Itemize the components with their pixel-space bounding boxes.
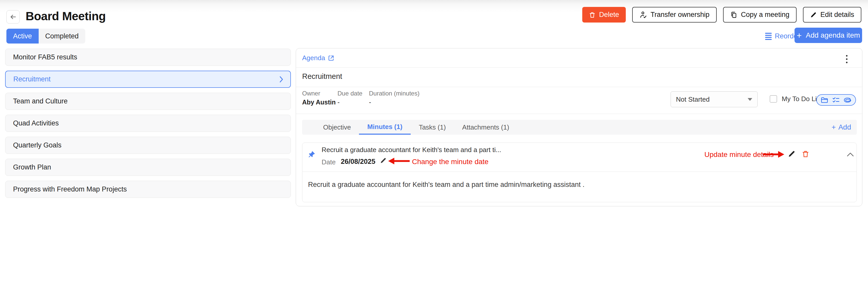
- status-value: Not Started: [676, 95, 710, 103]
- sidebar-item-recruitment[interactable]: Recruitment: [5, 71, 291, 88]
- external-link-icon: [328, 55, 334, 61]
- divider: [302, 171, 857, 172]
- minute-title: Recruit a graduate accountant for Keith'…: [321, 146, 501, 154]
- tab-attachments[interactable]: Attachments (1): [454, 120, 518, 135]
- agenda-detail-panel: Agenda Recruitment Owner Due date Durati…: [296, 48, 862, 206]
- tab-active[interactable]: Active: [6, 29, 39, 43]
- plus-icon: +: [797, 31, 802, 40]
- sidebar-item-monitor-fab5[interactable]: Monitor FAB5 results: [5, 49, 291, 66]
- notes-view-button[interactable]: [821, 97, 828, 103]
- kebab-menu-button[interactable]: [842, 53, 852, 65]
- sidebar-item-freedom-map[interactable]: Progress with Freedom Map Projects: [5, 181, 291, 198]
- owner-label: Owner: [302, 90, 320, 97]
- sidebar-item-quarterly-goals[interactable]: Quarterly Goals: [5, 137, 291, 154]
- minute-date-value: 26/08/2025: [341, 158, 375, 166]
- trash-icon: [802, 150, 809, 158]
- minute-date-label: Date: [321, 158, 336, 166]
- agenda-link[interactable]: Agenda: [302, 54, 334, 62]
- annotation-arrow-right: [762, 151, 784, 158]
- minute-card: Recruit a graduate accountant for Keith'…: [302, 142, 857, 202]
- tab-objective[interactable]: Objective: [315, 120, 359, 135]
- status-dropdown[interactable]: Not Started: [671, 91, 757, 107]
- minute-body-text: Recruit a graduate accountant for Keith'…: [308, 181, 585, 189]
- todo-label: My To Do List: [782, 95, 822, 103]
- chevron-down-icon: [748, 98, 752, 101]
- folder-icon: [821, 97, 828, 103]
- detail-tabbar: Objective Minutes (1) Tasks (1) Attachme…: [302, 120, 857, 135]
- collapse-minute-button[interactable]: [846, 152, 854, 157]
- duration-value: -: [369, 99, 371, 106]
- attachments-view-button[interactable]: [844, 97, 851, 103]
- agenda-filter-toggle: Active Completed: [6, 29, 85, 43]
- edit-date-button[interactable]: [380, 157, 386, 164]
- back-button[interactable]: [6, 10, 20, 24]
- pencil-icon: [788, 150, 796, 158]
- due-date-value: -: [338, 99, 340, 106]
- copy-meeting-button[interactable]: Copy a meeting: [723, 7, 797, 23]
- tab-completed[interactable]: Completed: [39, 29, 86, 43]
- delete-button[interactable]: Delete: [582, 7, 626, 23]
- due-date-label: Due date: [338, 90, 362, 97]
- chevron-up-icon: [846, 152, 854, 157]
- back-arrow-icon: [9, 13, 17, 21]
- transfer-ownership-button[interactable]: Transfer ownership: [632, 7, 717, 23]
- annotation-arrow-left: [388, 158, 410, 164]
- trash-icon: [589, 11, 595, 19]
- app-header: Board Meeting Delete Transfer ownership …: [0, 0, 868, 26]
- sidebar-item-growth-plan[interactable]: Growth Plan: [5, 159, 291, 176]
- chevron-right-icon: [279, 76, 284, 83]
- todo-checkbox[interactable]: [770, 95, 777, 103]
- pin-icon: [308, 151, 316, 159]
- add-agenda-item-button[interactable]: + Add agenda item: [795, 28, 862, 43]
- tab-tasks[interactable]: Tasks (1): [411, 120, 454, 135]
- checklist-icon: [832, 97, 840, 103]
- edit-minute-button[interactable]: [788, 150, 796, 158]
- view-toggle-group: [816, 94, 856, 106]
- checklist-view-button[interactable]: [832, 97, 840, 103]
- person-check-icon: [639, 11, 647, 19]
- sidebar-item-quad-activities[interactable]: Quad Activities: [5, 115, 291, 132]
- tab-minutes[interactable]: Minutes (1): [359, 120, 410, 135]
- divider: [296, 114, 862, 114]
- delete-minute-button[interactable]: [802, 150, 809, 158]
- add-minute-button[interactable]: + Add: [832, 120, 857, 135]
- reorder-icon: [765, 33, 772, 40]
- annotation-change-date: Change the minute date: [412, 158, 489, 166]
- agenda-item-title: Recruitment: [302, 72, 342, 81]
- my-todo-list-control: My To Do List: [770, 95, 822, 103]
- sidebar-item-team-culture[interactable]: Team and Culture: [5, 93, 291, 110]
- edit-details-button[interactable]: Edit details: [803, 7, 861, 23]
- duration-label: Duration (minutes): [369, 90, 420, 97]
- pencil-icon: [810, 11, 817, 18]
- copy-icon: [730, 11, 737, 19]
- agenda-item-list: Monitor FAB5 results Recruitment Team an…: [5, 49, 291, 203]
- header-actions: Delete Transfer ownership Copy a meeting…: [582, 7, 861, 23]
- divider: [296, 67, 862, 68]
- plus-icon: +: [832, 123, 836, 131]
- paperclip-icon: [844, 97, 851, 103]
- pencil-icon: [380, 157, 386, 164]
- owner-value: Aby Austin: [302, 99, 336, 106]
- page-title: Board Meeting: [26, 9, 106, 23]
